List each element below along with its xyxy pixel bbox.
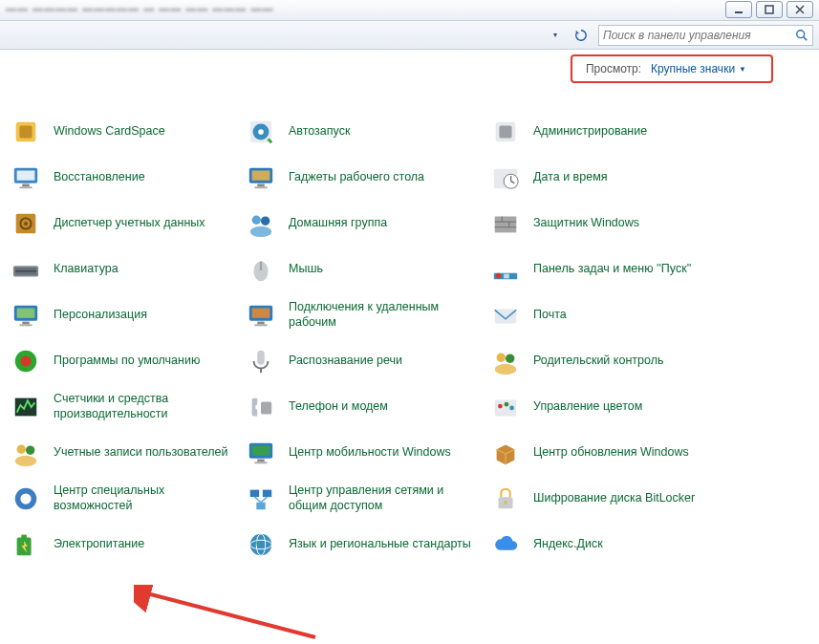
mail-icon — [489, 299, 522, 332]
cp-item-mouse[interactable]: Мышь — [245, 250, 484, 289]
credential-mgr-icon — [10, 207, 42, 240]
cp-item-label: Яндекс.Диск — [533, 537, 603, 552]
cp-item-network-sharing[interactable]: Центр управления сетями и общим доступом — [245, 480, 484, 518]
cp-item-region-language[interactable]: Язык и региональные стандарты — [245, 526, 484, 564]
svg-rect-5 — [19, 125, 32, 138]
cp-item-label: Шифрование диска BitLocker — [533, 491, 695, 506]
toolbar-dropdown-button[interactable] — [545, 25, 564, 46]
svg-point-27 — [261, 217, 269, 225]
svg-rect-70 — [254, 462, 267, 463]
svg-rect-59 — [261, 401, 271, 414]
cp-item-desktop-gadgets[interactable]: Гаджеты рабочего стола — [245, 159, 484, 197]
search-input[interactable] — [603, 29, 795, 42]
svg-point-80 — [250, 534, 272, 556]
cp-item-homegroup[interactable]: Домашняя группа — [245, 204, 484, 243]
cp-item-autorun[interactable]: Автозапуск — [245, 113, 484, 151]
svg-point-40 — [496, 273, 502, 279]
cp-item-mail[interactable]: Почта — [489, 296, 719, 334]
svg-point-2 — [797, 30, 805, 37]
cp-item-parental[interactable]: Родительский контроль — [489, 342, 719, 380]
svg-rect-69 — [257, 460, 265, 462]
cp-item-windows-update[interactable]: Центр обновления Windows — [489, 434, 719, 472]
cp-item-label: Центр мобильности Windows — [289, 445, 451, 461]
cp-item-label: Гаджеты рабочего стола — [289, 170, 424, 185]
cp-item-label: Клавиатура — [54, 262, 119, 277]
cp-item-ease-of-access[interactable]: Центр специальных возможностей — [10, 480, 239, 518]
cp-item-label: Восстановление — [54, 170, 145, 185]
cp-item-bitlocker[interactable]: Шифрование диска BitLocker — [489, 480, 719, 518]
network-sharing-icon — [245, 483, 277, 515]
view-bar: Просмотр: Крупные значки ▼ — [0, 50, 819, 88]
svg-point-77 — [504, 501, 507, 504]
cp-item-label: Программы по умолчанию — [54, 354, 200, 369]
cp-item-power-options[interactable]: Электропитание — [10, 526, 239, 564]
search-box[interactable] — [598, 25, 813, 46]
cp-item-cardspace[interactable]: Windows CardSpace — [10, 113, 239, 151]
refresh-button[interactable] — [568, 25, 594, 46]
cp-item-label: Диспетчер учетных данных — [54, 216, 205, 231]
svg-rect-58 — [15, 398, 37, 417]
cp-item-speech[interactable]: Распознавание речи — [245, 342, 484, 380]
cp-item-color-mgmt[interactable]: Управление цветом — [489, 388, 719, 426]
svg-rect-17 — [257, 184, 265, 187]
cp-item-user-accounts[interactable]: Учетные записи пользователей — [10, 434, 239, 472]
cp-item-label: Панель задач и меню ''Пуск'' — [533, 262, 691, 277]
remote-desktop-icon — [245, 299, 277, 332]
minimize-button[interactable] — [725, 1, 752, 18]
windows-update-icon — [489, 437, 522, 469]
cardspace-icon — [10, 116, 42, 148]
svg-line-83 — [143, 592, 315, 637]
cp-item-default-programs[interactable]: Программы по умолчанию — [10, 342, 239, 380]
svg-rect-73 — [250, 490, 259, 498]
cp-item-label: Windows CardSpace — [54, 124, 165, 140]
taskbar-start-icon — [489, 253, 522, 286]
svg-rect-49 — [254, 324, 267, 326]
cp-item-label: Мышь — [289, 262, 323, 277]
cp-item-yandex-disk[interactable]: Яндекс.Диск — [489, 526, 719, 564]
cp-item-label: Управление цветом — [533, 399, 642, 415]
admin-tools-icon — [489, 116, 522, 148]
svg-point-64 — [17, 445, 26, 454]
personalization-icon — [10, 299, 42, 332]
svg-rect-43 — [17, 309, 35, 318]
cp-item-label: Администрирование — [533, 124, 647, 140]
cp-item-admin-tools[interactable]: Администрирование — [489, 113, 719, 151]
default-programs-icon — [10, 345, 42, 377]
mouse-icon — [245, 253, 277, 286]
svg-rect-29 — [495, 217, 517, 233]
svg-rect-14 — [19, 186, 32, 188]
cp-item-taskbar-start[interactable]: Панель задач и меню ''Пуск'' — [489, 250, 719, 289]
user-accounts-icon — [10, 437, 42, 469]
svg-line-3 — [804, 36, 808, 40]
svg-rect-1 — [765, 6, 773, 13]
svg-point-65 — [26, 446, 34, 455]
cp-item-defender[interactable]: Защитник Windows — [489, 204, 719, 243]
svg-rect-10 — [499, 125, 511, 138]
view-by-dropdown[interactable]: Крупные значки ▼ — [651, 62, 746, 75]
search-icon[interactable] — [795, 29, 808, 42]
maximize-button[interactable] — [756, 1, 783, 18]
svg-rect-75 — [256, 503, 265, 510]
cp-item-mobility-center[interactable]: Центр мобильности Windows — [245, 434, 484, 472]
cp-item-date-time[interactable]: Дата и время — [489, 159, 719, 197]
svg-rect-45 — [19, 324, 32, 326]
cp-item-recovery[interactable]: Восстановление — [10, 159, 239, 197]
desktop-gadgets-icon — [245, 161, 277, 194]
svg-rect-79 — [21, 535, 27, 539]
cp-item-label: Центр обновления Windows — [533, 445, 689, 461]
title-blur: ▬▬ ▬▬▬▬ ▬▬▬▬▬ ▬ ▬▬ ▬▬ ▬▬▬ ▬▬ — [6, 2, 273, 13]
svg-point-66 — [15, 456, 37, 466]
svg-point-62 — [505, 402, 509, 407]
svg-point-63 — [509, 406, 514, 411]
control-panel-grid: Windows CardSpaceАвтозапускАдминистриров… — [0, 88, 819, 573]
cp-item-personalization[interactable]: Персонализация — [10, 296, 239, 334]
cp-item-keyboard[interactable]: Клавиатура — [10, 250, 239, 289]
svg-point-72 — [20, 493, 31, 504]
cp-item-phone-modem[interactable]: Телефон и модем — [245, 388, 484, 426]
close-button[interactable] — [787, 1, 813, 18]
view-by-label: Просмотр: — [586, 62, 641, 75]
cp-item-perf-counters[interactable]: Счетчики и средства производительности — [10, 388, 239, 426]
cp-item-remote-desktop[interactable]: Подключения к удаленным рабочим — [245, 296, 484, 334]
cp-item-credential-mgr[interactable]: Диспетчер учетных данных — [10, 204, 239, 243]
phone-modem-icon — [245, 391, 277, 423]
